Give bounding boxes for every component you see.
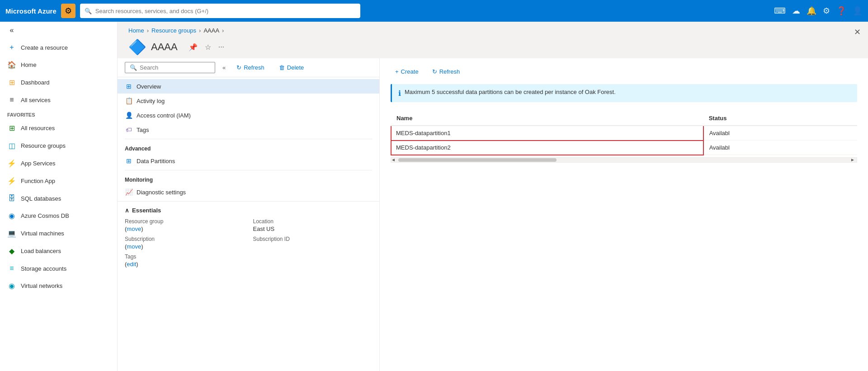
sidebar-item-load-balancers[interactable]: ◆ Load balancers [0,242,117,260]
scroll-left-icon[interactable]: ◄ [391,157,396,162]
notifications-icon[interactable]: 🔔 [807,6,816,16]
data-table: Name Status MEDS-datapartition1 Availabl… [391,111,857,155]
right-panel: + Create ↻ Refresh ℹ Maximum 5 successfu… [380,58,868,371]
essentials-section: ∧ Essentials Resource group (move) Locat… [118,201,379,273]
lb-icon: ◆ [7,247,16,255]
sidebar-item-dashboard[interactable]: ⊞ Dashboard [0,74,117,91]
sidebar-item-create-resource[interactable]: + Create a resource [0,39,117,56]
table-row: MEDS-datapartition1 Availabl [391,126,857,141]
main-content: Home › Resource groups › AAAA › 🔷 AAAA 📌… [118,22,868,371]
function-app-icon: ⚡ [7,177,16,185]
sidebar-label-virtual-networks: Virtual networks [21,282,62,289]
sidebar-item-resource-groups[interactable]: ◫ Resource groups [0,137,117,155]
help-icon[interactable]: ❓ [836,6,846,16]
tags-edit-link[interactable]: edit [127,261,136,268]
breadcrumb-more-icon[interactable]: › [222,27,224,34]
terminal-icon[interactable]: ⌨ [774,6,786,16]
all-resources-icon: ⊞ [7,124,16,132]
sql-icon: 🗄 [7,194,16,202]
horizontal-scrollbar[interactable]: ◄ ► [391,157,857,163]
essentials-resource-group: Resource group (move) [125,218,244,232]
tags-icon: 🏷 [125,126,133,133]
right-refresh-icon: ↻ [432,68,437,75]
nav-item-activity-log[interactable]: 📋 Activity log [118,94,379,108]
delete-button[interactable]: 🗑 Delete [275,62,308,73]
nav-item-overview[interactable]: ⊞ Overview [118,79,379,94]
settings-icon[interactable]: ⚙ [823,6,830,16]
table-header: Name Status [391,111,857,126]
favorites-header: FAVORITES [0,108,117,119]
account-icon[interactable]: 👤 [853,6,863,16]
sidebar-label-create-resource: Create a resource [21,44,68,51]
partition-name-1[interactable]: MEDS-datapartition1 [391,126,703,141]
right-create-button[interactable]: + Create [391,66,423,78]
topbar-icons: ⌨ ☁ 🔔 ⚙ ❓ 👤 [774,6,863,16]
sidebar-item-home[interactable]: 🏠 Home [0,56,117,74]
nav-item-access-control[interactable]: 👤 Access control (IAM) [118,108,379,122]
resource-title: AAAA [151,41,178,53]
sidebar-item-all-services[interactable]: ≡ All services [0,91,117,108]
sidebar-item-function-app[interactable]: ⚡ Function App [0,172,117,190]
info-message: Maximum 5 successful data partitions can… [405,89,616,95]
right-refresh-button[interactable]: ↻ Refresh [428,66,465,78]
sidebar-item-virtual-machines[interactable]: 💻 Virtual machines [0,225,117,242]
breadcrumb: Home › Resource groups › AAAA › [118,22,868,34]
sidebar-label-function-app: Function App [21,178,55,184]
topbar-search-box[interactable]: 🔍 [80,4,360,18]
dashboard-icon: ⊞ [7,78,16,87]
collapse-icon: « [7,26,16,34]
sidebar-item-app-services[interactable]: ⚡ App Services [0,155,117,172]
refresh-button[interactable]: ↻ Refresh [233,62,268,73]
access-control-icon: 👤 [125,112,133,119]
essentials-tags: Tags (edit) [125,254,244,268]
resource-actions: 📌 ☆ ··· [187,41,226,53]
col-status: Status [703,111,857,126]
nav-item-diagnostic-settings[interactable]: 📈 Diagnostic settings [118,185,379,199]
sidebar-item-virtual-networks[interactable]: ◉ Virtual networks [0,277,117,295]
sidebar-label-resource-groups: Resource groups [21,142,66,149]
sidebar-label-home: Home [21,61,37,68]
sidebar-label-virtual-machines: Virtual machines [21,230,64,237]
right-toolbar: + Create ↻ Refresh [391,66,857,78]
panel-toolbar: 🔍 « ↻ Refresh 🗑 Delete [118,58,379,77]
resource-icon: 🔷 [128,38,146,56]
diagnostic-icon: 📈 [125,188,133,196]
activity-log-icon: 📋 [125,97,133,104]
nav-divider-advanced [125,139,372,139]
essentials-header[interactable]: ∧ Essentials [125,207,372,214]
all-services-icon: ≡ [7,96,16,104]
nav-item-tags[interactable]: 🏷 Tags [118,122,379,137]
partition-name-2[interactable]: MEDS-datapartition2 [391,141,703,155]
sidebar-label-load-balancers: Load balancers [21,248,61,254]
main-layout: « + Create a resource 🏠 Home ⊞ Dashboard… [0,22,868,371]
pin-button[interactable]: 📌 [187,41,199,53]
essentials-location: Location East US [253,218,373,232]
topbar-search-input[interactable] [95,8,356,14]
sidebar-item-cosmos-db[interactable]: ◉ Azure Cosmos DB [0,207,117,225]
sidebar-label-app-services: App Services [21,160,56,167]
more-button[interactable]: ··· [217,41,226,53]
panel-search-input[interactable] [140,64,210,71]
panel-search-box[interactable]: 🔍 [125,62,215,73]
close-button[interactable]: ✕ [854,27,861,37]
sidebar-item-all-resources[interactable]: ⊞ All resources [0,119,117,137]
star-button[interactable]: ☆ [203,41,213,53]
sidebar-item-sql-databases[interactable]: 🗄 SQL databases [0,190,117,207]
scrollbar-thumb[interactable] [398,158,557,162]
resource-group-move-link[interactable]: move [127,225,141,232]
essentials-chevron-icon: ∧ [125,207,129,214]
storage-icon: ≡ [7,264,16,272]
sidebar-collapse-btn[interactable]: « [0,22,117,39]
search-icon: 🔍 [85,8,92,14]
scroll-right-icon[interactable]: ► [850,157,855,162]
sidebar-item-storage-accounts[interactable]: ≡ Storage accounts [0,260,117,277]
breadcrumb-home[interactable]: Home [128,27,144,34]
sidebar-label-all-resources: All resources [21,125,55,131]
info-icon: ℹ [398,89,401,98]
nav-item-data-partitions[interactable]: ⊞ Data Partitions [118,154,379,168]
cloud-shell-icon[interactable]: ☁ [792,6,800,16]
subscription-move-link[interactable]: move [127,243,141,250]
breadcrumb-resource-groups[interactable]: Resource groups [151,27,196,34]
panel-collapse-btn[interactable]: « [222,64,226,71]
sidebar: « + Create a resource 🏠 Home ⊞ Dashboard… [0,22,118,371]
